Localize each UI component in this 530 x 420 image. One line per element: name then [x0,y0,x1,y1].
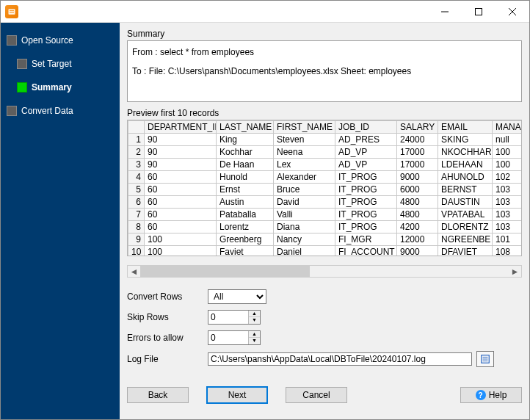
maximize-icon [475,8,482,15]
close-button[interactable] [495,1,529,23]
data-cell: DFAVIET [438,246,493,256]
data-cell: IT_PROG [335,221,397,233]
errors-spinner[interactable]: ▲▼ [208,330,261,345]
summary-to: To : File: C:\Users\pansh\Documents\empl… [132,65,517,78]
table-row[interactable]: 860LorentzDianaIT_PROG4200DLORENTZ103 [128,221,522,233]
table-row[interactable]: 460HunoldAlexanderIT_PROG9000AHUNOLD102 [128,171,522,184]
summary-from: From : select * from employees [132,46,517,59]
rownum-header [128,121,145,134]
rownum-cell: 6 [128,196,145,209]
spin-down-icon[interactable]: ▼ [249,317,260,324]
table-row[interactable]: 660AustinDavidIT_PROG4800DAUSTIN103 [128,196,522,209]
column-header[interactable]: FIRST_NAME [274,121,335,134]
data-cell: 103 [493,221,522,233]
table-row[interactable]: 390De HaanLexAD_VP17000LDEHAAN100 [128,159,522,171]
minimize-icon [441,8,449,15]
data-cell: null [493,134,522,146]
back-button[interactable]: Back [127,387,189,403]
data-cell: 103 [493,196,522,209]
data-cell: De Haan [217,159,274,171]
logfile-browse-button[interactable] [476,351,494,367]
rownum-cell: 4 [128,171,145,184]
data-cell: 9000 [397,171,438,184]
data-cell: FI_MGR [335,233,397,246]
data-cell: AD_VP [335,159,397,171]
data-cell: Diana [274,221,335,233]
table-row[interactable]: 290KochharNeenaAD_VP17000NKOCHHAR100 [128,146,522,159]
nav-item-summary[interactable]: Summary [17,80,115,95]
table-row[interactable]: 10100FavietDanielFI_ACCOUNT9000DFAVIET10… [128,246,522,256]
maximize-button[interactable] [462,1,495,23]
table-row[interactable]: 560ErnstBruceIT_PROG6000BERNST103 [128,184,522,196]
rownum-cell: 7 [128,209,145,221]
logfile-label: Log File [127,354,208,364]
data-cell: 90 [145,146,217,159]
browse-icon [480,354,490,364]
rownum-cell: 5 [128,184,145,196]
errors-input[interactable] [208,331,248,344]
nav-item-open-source[interactable]: Open Source [7,33,115,48]
column-header[interactable]: JOB_ID [335,121,397,134]
data-cell: 103 [493,184,522,196]
main-panel: Summary From : select * from employees T… [120,23,529,419]
column-header[interactable]: EMAIL [438,121,493,134]
table-row[interactable]: 190KingStevenAD_PRES24000SKINGnull [128,134,522,146]
data-cell: 100 [145,246,217,256]
column-header[interactable]: LAST_NAME [217,121,274,134]
data-cell: 6000 [397,184,438,196]
logfile-input[interactable] [208,352,472,366]
table-row[interactable]: 9100GreenbergNancyFI_MGR12000NGREENBE101 [128,233,522,246]
column-header[interactable]: DEPARTMENT_ID [145,121,217,134]
scroll-left-icon[interactable]: ◄ [128,267,140,277]
next-button[interactable]: Next [206,386,268,404]
column-header[interactable]: SALARY [397,121,438,134]
data-cell: Neena [274,146,335,159]
step-box-icon [17,82,27,93]
data-cell: 60 [145,184,217,196]
convert-rows-label: Convert Rows [127,292,208,302]
scroll-track[interactable] [140,266,509,277]
skip-rows-spinner[interactable]: ▲▼ [208,310,261,325]
summary-box: From : select * from employees To : File… [127,40,522,102]
spin-up-icon[interactable]: ▲ [249,311,260,317]
rownum-cell: 1 [128,134,145,146]
app-icon [5,5,18,18]
data-cell: VPATABAL [438,209,493,221]
horizontal-scrollbar[interactable]: ◄ ► [127,265,522,278]
data-cell: SKING [438,134,493,146]
scroll-thumb[interactable] [140,266,310,277]
data-cell: Valli [274,209,335,221]
data-cell: Alexander [274,171,335,184]
data-cell: 101 [493,233,522,246]
data-cell: 60 [145,209,217,221]
step-box-icon [7,106,17,116]
table-row[interactable]: 760PataballaValliIT_PROG4800VPATABAL103 [128,209,522,221]
data-cell: 103 [493,209,522,221]
spin-up-icon[interactable]: ▲ [249,331,260,338]
data-cell: AHUNOLD [438,171,493,184]
nav-item-convert-data[interactable]: Convert Data [7,104,115,118]
window-controls [428,1,529,23]
help-label: Help [489,390,507,400]
data-cell: IT_PROG [335,196,397,209]
preview-table-container: DEPARTMENT_IDLAST_NAMEFIRST_NAMEJOB_IDSA… [127,120,522,256]
minimize-button[interactable] [428,1,462,23]
column-header[interactable]: MANAG [493,121,522,134]
data-cell: 60 [145,171,217,184]
skip-rows-input[interactable] [208,311,248,324]
cancel-button[interactable]: Cancel [286,387,347,403]
nav-item-set-target[interactable]: Set Target [17,57,115,71]
data-cell: AD_PRES [335,134,397,146]
data-cell: 17000 [397,159,438,171]
data-cell: 60 [145,221,217,233]
help-button[interactable]: ? Help [460,387,522,403]
data-cell: 24000 [397,134,438,146]
data-cell: Ernst [217,184,274,196]
convert-rows-select[interactable]: All [208,289,266,304]
data-cell: Lorentz [217,221,274,233]
data-cell: 9000 [397,246,438,256]
scroll-right-icon[interactable]: ► [509,267,521,277]
errors-label: Errors to allow [127,333,208,343]
data-cell: IT_PROG [335,209,397,221]
spin-down-icon[interactable]: ▼ [249,338,260,344]
